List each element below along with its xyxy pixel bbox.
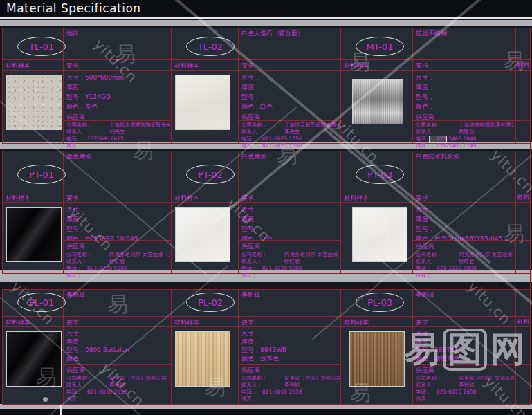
sample-section-label: 材料样本 [174,62,199,71]
fax-value: 021-5465 6749 [437,142,514,149]
yitu-logo-watermark: 易 图 网 [405,326,525,373]
phone-value: 021-6073 1556 [262,136,340,142]
material-code-ellipse: PT-01 [17,165,66,184]
logo-char-yi: 易 [405,326,439,373]
watermark-glyph: 易 [370,214,391,243]
stray-dot [43,397,48,402]
fax-label: 传真： [416,142,437,149]
color-label: 颜色， [241,355,260,362]
material-card-pl02: 美耐板 PL-02 材料样本 要求 尺寸， 厚度， 型号，8843WB 颜色，浅… [171,289,341,404]
supplier-section-label: 供应商 [241,366,260,375]
watermark-glyph: 易 [349,48,370,77]
color-value: 白色 [260,103,273,110]
material-sample-swatch [349,331,405,387]
company-value: 阿克苏诺贝尔 太古油漆（上海）有限公司 [284,251,340,258]
contact-value: 李慧娟 [284,382,340,389]
color-value: 浅木色 [260,355,279,362]
contact-value: 刘先生 [109,129,170,136]
color-label: 颜色， [66,235,85,242]
fax-value [87,142,170,149]
requirements-list: 尺寸， 厚度， 型号， 颜色，白色 [241,73,339,111]
requirements-list: 尺寸， 厚度， 型号，8843WB 颜色，浅木色 [241,329,339,362]
fax-value [262,396,340,403]
grid-line [515,250,530,250]
company-value: 上海华映电梯装潢有限公司 [459,122,514,129]
thickness-label: 厚度， [416,84,434,91]
watermark-glyph: 易 [36,363,57,391]
material-sample-swatch [6,75,62,130]
card-divider [412,28,413,143]
thickness-label: 厚度， [66,338,85,345]
phone-value: 021-2220 5000 [262,265,340,272]
title-bar: Material Specification [0,0,532,17]
contact-label: 联系人： [241,382,284,389]
company-label: 公司名称： [241,251,284,258]
sample-section-label: 材料样本 [344,318,369,327]
phone-label: 电话： [416,389,437,396]
thickness-label: 厚度， [241,338,260,345]
material-code: PT-01 [29,169,54,180]
material-card-pt01: 黑色烤漆 PT-01 材料样本 要求 尺寸， 厚度， 型号， 颜色，色号30BB… [2,151,172,273]
phone-value: 021-2220 5000 [437,265,514,272]
material-code: TL-02 [198,42,223,52]
grid-line [2,404,530,405]
supplier-info: 公司名称：富美家（中国）贸易公司 联系人：李慧娟 电话：021-6010 265… [241,375,340,403]
fax-label: 传真： [241,396,262,403]
phone-label: 电话： [66,265,87,272]
contact-value: 樊馥慧 [459,129,514,136]
material-name: 白色烤漆 [241,152,266,161]
supplier-section-label: 供应商 [416,113,434,122]
sample-section-label: 材料样本 [6,194,30,203]
watermark-glyph: 易 [205,374,226,402]
phone-value: 021-6010 2658 [262,389,340,396]
requirements-section-label: 要求 [66,194,79,203]
requirements-list: 尺寸， 厚度， 型号， 颜色， [416,73,513,111]
material-code-ellipse: TL-01 [17,37,66,56]
footer-strip [0,409,532,415]
logo-char-tu: 图 [443,329,487,371]
material-name: 地砖 [66,29,79,38]
material-sample-swatch [175,75,230,130]
size-label: 尺寸， [416,74,434,81]
title-underline [0,17,532,19]
requirements-section-label: 要求 [241,318,254,327]
card-divider [238,289,239,404]
material-sample-swatch [6,207,62,262]
material-card-tl02: 白色人造石（窗台面） TL-02 材料样本 要求 尺寸， 厚度， 型号， 颜色，… [171,28,341,143]
supplier-line [412,111,515,111]
fax-label: 传真： [66,272,87,279]
material-code-ellipse: TL-02 [186,37,235,56]
card-divider [63,151,64,273]
supplier-section-label: 供应商 [66,113,85,122]
watermark-glyph: 易 [277,142,297,170]
thickness-label: 厚度， [241,84,260,91]
supplier-info: 公司名称：上海斯米克建筑陶瓷股份有限公司 联系人：刘先生 电话：13766916… [66,122,170,149]
model-label: 型号， [241,347,260,353]
contact-label: 联系人： [66,129,109,136]
supplier-line [238,364,341,365]
size-label: 尺寸， [66,74,85,81]
supplier-section-label: 供应商 [241,113,260,122]
color-value: 灰色 [85,103,98,110]
model-label: 型号， [66,93,85,100]
material-code: PL-02 [198,297,223,308]
color-value: 色号Dulux66YY85/045 [434,235,502,242]
company-value: 阿克苏诺贝尔 太古油漆（上海）有限公司 [459,251,514,258]
watermark-glyph: 易 [115,40,136,68]
card-divider [238,28,239,143]
company-label: 公司名称： [66,122,109,129]
material-code: MT-01 [366,42,393,52]
material-card-mt01: 拉丝不锈钢 MT-01 材料样本 要求 尺寸， 厚度， 型号， 颜色， 供应商 … [340,28,516,143]
company-label: 公司名称： [241,375,284,382]
phone-label: 电话： [66,136,87,142]
company-value: 富美家（中国）贸易公司 [284,375,340,382]
model-value: 8843WB [260,347,286,353]
material-card-pt02: 白色烤漆 PT-02 材料样本 要求 尺寸， 厚度， 型号， 颜色，白色 供应商… [171,151,341,273]
size-label: 尺寸， [66,330,85,337]
contact-label: 联系人： [416,258,459,265]
material-code: TL-01 [29,42,54,52]
contact-value: 程红岩 [109,258,170,265]
supplier-line [238,240,341,241]
model-label: 型号， [241,93,260,100]
watermark-glyph: 易 [504,47,524,75]
